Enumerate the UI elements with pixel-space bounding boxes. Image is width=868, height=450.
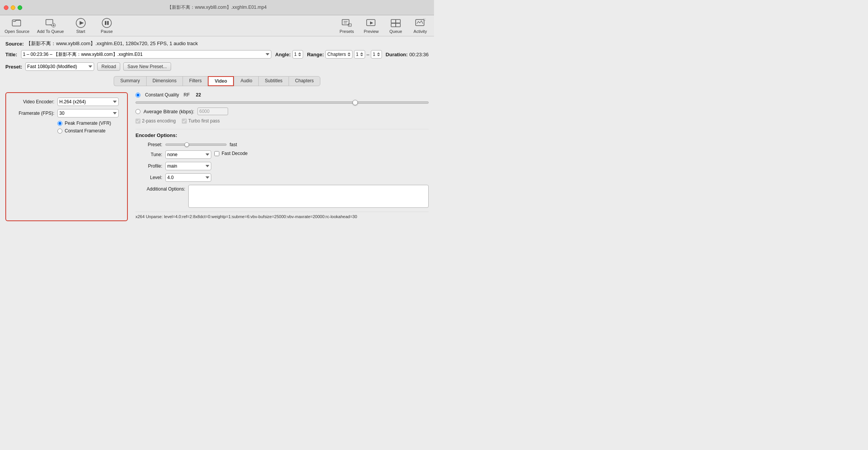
additional-options-area: Additional Options: <box>135 185 429 208</box>
add-to-queue-button[interactable]: Add To Queue <box>37 18 64 34</box>
angle-spinner[interactable]: 1 <box>292 50 303 59</box>
presets-button[interactable]: + Presets <box>338 18 356 34</box>
title-select[interactable]: 1 – 00:23:36 – 【新影不离：www.xybl8.com】.xxgh… <box>21 50 271 59</box>
quality-row: Constant Quality RF 22 <box>135 92 429 98</box>
close-button[interactable] <box>4 5 8 10</box>
range-from-spinner[interactable]: 1 <box>354 50 365 59</box>
range-to-spinner[interactable]: 1 <box>371 50 382 59</box>
presets-icon: + <box>341 18 352 28</box>
video-encoder-select[interactable]: H.264 (x264) <box>57 98 119 106</box>
pause-icon <box>101 18 112 28</box>
eo-preset-value: fast <box>230 142 237 147</box>
toolbar: Open Source Add To Queue Start <box>0 15 434 36</box>
title-row: Title: 1 – 00:23:36 – 【新影不离：www.xybl8.co… <box>5 50 429 59</box>
svg-line-23 <box>417 21 418 24</box>
preview-icon <box>366 18 377 28</box>
toolbar-right: + Presets Preview <box>338 18 429 34</box>
tab-audio[interactable]: Audio <box>234 76 258 86</box>
tune-select[interactable]: none <box>165 150 211 159</box>
average-bitrate-radio[interactable] <box>135 109 140 114</box>
svg-rect-9 <box>105 21 106 25</box>
svg-rect-18 <box>391 20 396 23</box>
encoder-box: Video Encoder: H.264 (x264) Framerate (F… <box>5 92 128 221</box>
bitrate-row: Average Bitrate (kbps): <box>135 108 429 115</box>
eo-preset-slider[interactable] <box>165 143 227 146</box>
average-bitrate-label: Average Bitrate (kbps): <box>144 109 194 114</box>
quality-slider-track[interactable] <box>135 101 429 104</box>
svg-text:+: + <box>349 24 351 26</box>
profile-label: Profile: <box>135 163 162 169</box>
additional-options-label: Additional Options: <box>135 185 185 192</box>
source-value: 【新影不离：www.xybl8.com】.xxghlm.E01, 1280x72… <box>26 40 198 47</box>
tab-video[interactable]: Video <box>208 76 234 86</box>
level-select[interactable]: 4.0 <box>165 173 211 182</box>
two-pass-checkbox[interactable] <box>135 119 140 124</box>
pause-label: Pause <box>101 29 113 34</box>
video-encoder-label: Video Encoder: <box>12 99 54 104</box>
pause-button[interactable]: Pause <box>98 18 116 34</box>
start-button[interactable]: Start <box>72 18 90 34</box>
source-label: Source: <box>5 41 24 47</box>
eo-preset-label: Preset: <box>135 142 162 147</box>
constant-quality-radio[interactable] <box>135 93 140 98</box>
tune-row: Tune: none Fast Decode <box>135 150 429 159</box>
open-source-button[interactable]: Open Source <box>5 18 29 34</box>
two-pass-item[interactable]: 2-pass encoding <box>135 118 176 124</box>
peak-framerate-row[interactable]: Peak Framerate (VFR) <box>57 121 121 126</box>
add-to-queue-icon <box>45 18 56 28</box>
preset-row-label: Preset: <box>5 64 22 70</box>
framerate-select[interactable]: 30 <box>57 109 119 117</box>
tab-subtitles[interactable]: Subtitles <box>258 76 289 86</box>
tab-dimensions[interactable]: Dimensions <box>146 76 183 86</box>
minimize-button[interactable] <box>11 5 15 10</box>
profile-row: Profile: main <box>135 162 429 170</box>
open-source-label: Open Source <box>5 29 29 34</box>
svg-line-26 <box>421 21 423 24</box>
start-icon <box>75 18 86 28</box>
duration-group: Duration: 00:23:36 <box>386 52 429 57</box>
quality-slider-thumb[interactable] <box>352 100 358 105</box>
svg-rect-19 <box>396 20 400 23</box>
tab-filters[interactable]: Filters <box>183 76 208 86</box>
constant-framerate-radio[interactable] <box>57 129 62 134</box>
two-pass-label: 2-pass encoding <box>142 118 176 124</box>
range-group: Range: Chapters 1 – 1 <box>307 50 382 59</box>
svg-rect-21 <box>396 23 400 27</box>
tab-chapters[interactable]: Chapters <box>289 76 320 86</box>
level-row: Level: 4.0 <box>135 173 429 182</box>
queue-button[interactable]: Queue <box>387 18 405 34</box>
preset-select[interactable]: Fast 1080p30 (Modified) <box>25 62 94 71</box>
range-type-spinner[interactable]: Chapters <box>325 50 352 59</box>
preview-button[interactable]: Preview <box>362 18 380 34</box>
save-new-preset-button[interactable]: Save New Preset... <box>123 62 171 71</box>
tune-label: Tune: <box>135 152 162 157</box>
angle-label: Angle: <box>275 52 290 57</box>
range-label: Range: <box>307 52 324 57</box>
fast-decode-checkbox[interactable] <box>214 151 219 156</box>
additional-options-input[interactable] <box>188 185 429 208</box>
constant-framerate-row[interactable]: Constant Framerate <box>57 128 121 134</box>
title-label: Title: <box>5 52 17 57</box>
svg-point-8 <box>102 18 111 28</box>
preview-label: Preview <box>364 29 379 34</box>
queue-icon <box>390 18 401 28</box>
constant-quality-label: Constant Quality <box>145 92 179 98</box>
right-panel: Constant Quality RF 22 Average Bitrate (… <box>135 92 429 221</box>
presets-label: Presets <box>339 29 354 34</box>
eo-preset-thumb[interactable] <box>184 142 189 147</box>
turbo-item[interactable]: Turbo first pass <box>182 118 220 124</box>
svg-rect-11 <box>342 20 349 25</box>
duration-value: 00:23:36 <box>409 52 429 57</box>
activity-button[interactable]: ⓘ Activity <box>411 18 429 34</box>
video-encoder-row: Video Encoder: H.264 (x264) <box>12 98 121 106</box>
fast-decode-row: Fast Decode <box>214 151 248 156</box>
reload-button[interactable]: Reload <box>97 62 120 71</box>
turbo-checkbox[interactable] <box>182 119 187 124</box>
peak-framerate-radio[interactable] <box>57 121 62 126</box>
maximize-button[interactable] <box>18 5 22 10</box>
bitrate-input[interactable] <box>197 108 228 115</box>
profile-select[interactable]: main <box>165 162 211 170</box>
tab-summary[interactable]: Summary <box>114 76 146 86</box>
level-label: Level: <box>135 175 162 180</box>
duration-label: Duration: <box>386 52 408 57</box>
